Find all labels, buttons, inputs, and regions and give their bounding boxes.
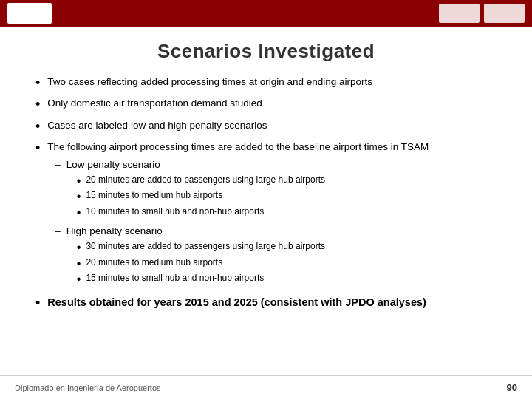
dash-icon: – [55,157,61,172]
top-bar [0,0,532,27]
sub-bullet-icon: • [77,189,81,203]
logo-area [7,3,52,24]
slide: Scenarios Investigated • Two cases refle… [0,0,532,399]
footer-text: Diplomado en Ingeniería de Aeropuertos [15,383,161,392]
low-penalty-label: Low penalty scenario [66,157,497,172]
list-item: • The following airport processing times… [35,140,497,290]
bullet-icon: • [35,118,40,135]
sub-bullet-text: 10 minutes to small hub and non-hub airp… [86,205,264,218]
title-section: Scenarios Investigated [0,27,532,70]
sub-bullet-text: 30 minutes are added to passengers using… [86,240,325,253]
sub-bullet-text: 20 minutes are added to passengers using… [86,174,325,186]
sub-bullet-icon: • [77,205,81,219]
dash-content: High penalty scenario • 30 minutes are a… [66,224,497,287]
top-right-logos [439,4,525,23]
high-penalty-label: High penalty scenario [66,224,497,239]
sub-bullet-text: 20 minutes to medium hub airports [86,256,222,269]
bullet-icon: • [35,140,40,157]
low-penalty-section: – Low penalty scenario • 20 minutes are … [55,157,497,221]
list-item: • 15 minutes to medium hub airports [77,189,497,203]
footer: Diplomado en Ingeniería de Aeropuertos 9… [0,375,532,399]
list-item: • 30 minutes are added to passengers usi… [77,240,497,254]
main-bullet-list: • Two cases reflecting added processing … [35,75,497,312]
bullet-icon: • [35,295,40,312]
list-item: • Cases are labeled low and high penalty… [35,118,497,135]
sub-bullet-icon: • [77,174,81,188]
sub-bullet-icon: • [77,272,81,286]
partner-logo-1 [439,4,480,23]
bullet-text: Results obtained for years 2015 and 2025… [47,295,497,310]
list-item: • 15 minutes to small hub and non-hub ai… [77,272,497,286]
list-item: • Results obtained for years 2015 and 20… [35,295,497,312]
sub-bullet-icon: • [77,256,81,270]
low-penalty-list: • 20 minutes are added to passengers usi… [77,174,497,219]
content-area: • Two cases reflecting added processing … [0,70,532,375]
partner-logo-2 [484,4,525,23]
bullet-icon: • [35,75,40,92]
bullet-text: The following airport processing times a… [47,140,497,290]
list-item: • Only domestic air transportation deman… [35,96,497,113]
page-number: 90 [507,382,517,393]
list-item: • 20 minutes are added to passengers usi… [77,174,497,188]
bullet-text: Only domestic air transportation demand … [47,96,497,111]
sub-sections: – Low penalty scenario • 20 minutes are … [55,157,497,287]
dash-content: Low penalty scenario • 20 minutes are ad… [66,157,497,221]
ipn-logo [7,3,52,24]
dash-icon: – [55,224,61,239]
slide-title: Scenarios Investigated [30,40,502,63]
bullet-text: Cases are labeled low and high penalty s… [47,118,497,133]
list-item: • Two cases reflecting added processing … [35,75,497,92]
sub-bullet-text: 15 minutes to medium hub airports [86,189,222,202]
list-item: • 20 minutes to medium hub airports [77,256,497,270]
high-penalty-list: • 30 minutes are added to passengers usi… [77,240,497,286]
sub-bullet-text: 15 minutes to small hub and non-hub airp… [86,272,264,284]
sub-bullet-icon: • [77,240,81,254]
bullet-icon: • [35,96,40,113]
high-penalty-section: – High penalty scenario • 30 minutes are… [55,224,497,287]
list-item: • 10 minutes to small hub and non-hub ai… [77,205,497,219]
bullet-text: Two cases reflecting added processing ti… [47,75,497,89]
